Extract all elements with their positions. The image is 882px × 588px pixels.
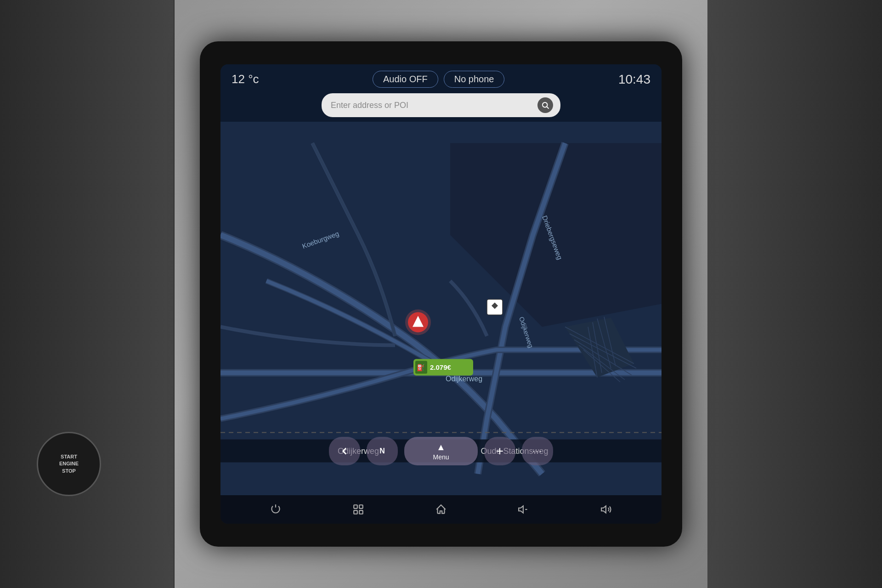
menu-button[interactable]: ▲ Menu	[404, 437, 478, 465]
north-label: N	[379, 447, 385, 455]
audio-button[interactable]: Audio OFF	[373, 71, 438, 88]
main-screen: 12 °c Audio OFF No phone 10:43 Enter add…	[220, 64, 662, 524]
back-button[interactable]	[329, 437, 360, 465]
home-button[interactable]	[426, 500, 456, 519]
top-buttons-group: Audio OFF No phone	[373, 71, 504, 88]
start-engine-label-3: STOP	[62, 468, 76, 475]
time-display: 10:43	[618, 72, 650, 87]
svg-rect-37	[359, 510, 363, 514]
interior-right	[707, 0, 882, 588]
power-button[interactable]	[260, 500, 291, 519]
search-submit-button[interactable]	[537, 97, 553, 113]
search-bar-container: Enter address or POI	[220, 91, 662, 122]
search-placeholder: Enter address or POI	[331, 101, 408, 110]
svg-marker-40	[601, 506, 606, 513]
interior-left: START ENGINE STOP	[0, 0, 175, 588]
grid-button[interactable]	[343, 500, 373, 519]
svg-rect-35	[359, 505, 363, 509]
svg-marker-38	[519, 506, 523, 513]
north-button[interactable]: N	[367, 437, 398, 465]
volume-up-button[interactable]	[591, 500, 622, 519]
phone-button[interactable]: No phone	[444, 71, 505, 88]
bottom-controls: N ▲ Menu + ···	[220, 432, 662, 470]
svg-point-0	[543, 102, 548, 107]
system-bar	[220, 495, 662, 524]
svg-rect-34	[354, 505, 357, 509]
zoom-button[interactable]: +	[484, 437, 515, 465]
more-button[interactable]: ···	[522, 437, 553, 465]
more-icon: ···	[532, 447, 542, 456]
svg-text:⛽: ⛽	[417, 364, 425, 372]
map-area[interactable]: Koeburgweg Driebergseweg Odijkerweg Odij…	[220, 122, 662, 495]
start-engine-label-1: START	[61, 453, 77, 460]
volume-down-button[interactable]	[509, 500, 539, 519]
menu-label: Menu	[433, 453, 449, 461]
top-bar: 12 °c Audio OFF No phone 10:43	[220, 64, 662, 91]
svg-text:2.079€: 2.079€	[430, 363, 452, 371]
temperature-display: 12 °c	[232, 72, 259, 86]
search-bar[interactable]: Enter address or POI	[322, 93, 560, 117]
dashboard-background: START ENGINE STOP 12 °c Audio OFF No pho…	[0, 0, 882, 588]
svg-rect-36	[354, 510, 357, 514]
screen-bezel: 12 °c Audio OFF No phone 10:43 Enter add…	[200, 41, 682, 547]
svg-text:Odijkerweg: Odijkerweg	[446, 375, 482, 383]
menu-arrow-icon: ▲	[436, 442, 446, 452]
svg-line-1	[547, 107, 548, 108]
start-engine-button[interactable]: START ENGINE STOP	[37, 432, 101, 496]
zoom-icon: +	[496, 444, 503, 458]
start-engine-label-2: ENGINE	[59, 460, 79, 467]
